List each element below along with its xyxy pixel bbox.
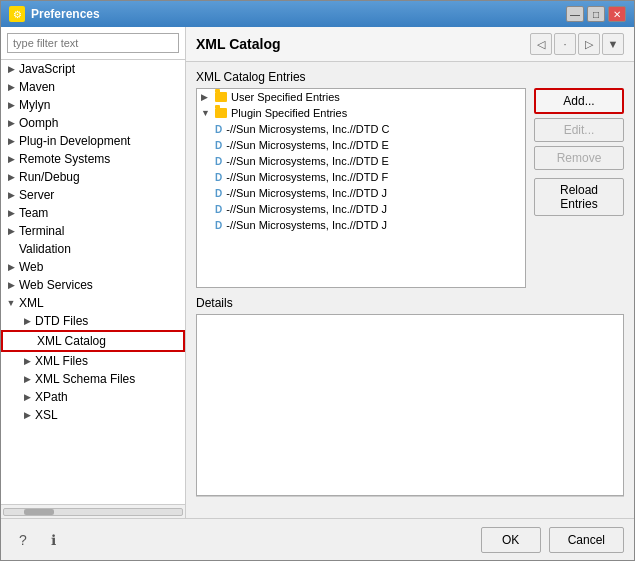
horizontal-scrollbar[interactable] — [1, 504, 185, 518]
tree-arrow-xml-files[interactable] — [21, 355, 33, 367]
tree-arrow-run-debug[interactable] — [5, 171, 17, 183]
footer-left: ? ℹ — [11, 528, 65, 552]
tree-arrow-javascript[interactable] — [5, 63, 17, 75]
catalog-arrow: ▶ — [201, 92, 211, 102]
tree-label-terminal: Terminal — [17, 224, 64, 238]
tree-item-maven[interactable]: Maven — [1, 78, 185, 96]
tree-item-server[interactable]: Server — [1, 186, 185, 204]
nav-dropdown-button[interactable]: ▼ — [602, 33, 624, 55]
catalog-item-label: -//Sun Microsystems, Inc.//DTD C — [226, 123, 389, 135]
catalog-item-label: User Specified Entries — [231, 91, 340, 103]
nav-forward-button[interactable]: ▷ — [578, 33, 600, 55]
tree-item-xml[interactable]: XML — [1, 294, 185, 312]
tree-item-mylyn[interactable]: Mylyn — [1, 96, 185, 114]
catalog-item-label: -//Sun Microsystems, Inc.//DTD E — [226, 155, 389, 167]
tree-arrow-oomph[interactable] — [5, 117, 17, 129]
catalog-area: ▶User Specified Entries▼Plugin Specified… — [196, 88, 624, 288]
right-header: XML Catalog ◁ · ▷ ▼ — [186, 27, 634, 62]
tree-label-javascript: JavaScript — [17, 62, 75, 76]
tree-item-web-services[interactable]: Web Services — [1, 276, 185, 294]
catalog-tree[interactable]: ▶User Specified Entries▼Plugin Specified… — [196, 88, 526, 288]
add-button[interactable]: Add... — [534, 88, 624, 114]
catalog-item[interactable]: D-//Sun Microsystems, Inc.//DTD J — [197, 201, 525, 217]
reload-entries-button[interactable]: Reload Entries — [534, 178, 624, 216]
info-button[interactable]: ℹ — [41, 528, 65, 552]
catalog-item[interactable]: D-//Sun Microsystems, Inc.//DTD J — [197, 217, 525, 233]
tree-arrow-plugin-dev[interactable] — [5, 135, 17, 147]
tree-item-validation[interactable]: Validation — [1, 240, 185, 258]
tree-item-javascript[interactable]: JavaScript — [1, 60, 185, 78]
tree-arrow-dtd-files[interactable] — [21, 315, 33, 327]
tree-item-team[interactable]: Team — [1, 204, 185, 222]
catalog-item[interactable]: D-//Sun Microsystems, Inc.//DTD E — [197, 137, 525, 153]
catalog-item[interactable]: D-//Sun Microsystems, Inc.//DTD E — [197, 153, 525, 169]
content-area: JavaScriptMavenMylynOomphPlug-in Develop… — [1, 27, 634, 518]
doc-icon: D — [215, 124, 222, 135]
tree-label-mylyn: Mylyn — [17, 98, 50, 112]
tree-label-web: Web — [17, 260, 43, 274]
doc-icon: D — [215, 188, 222, 199]
catalog-item[interactable]: ▼Plugin Specified Entries — [197, 105, 525, 121]
nav-toolbar: ◁ · ▷ ▼ — [530, 33, 624, 55]
tree-item-xml-files[interactable]: XML Files — [1, 352, 185, 370]
catalog-item[interactable]: D-//Sun Microsystems, Inc.//DTD C — [197, 121, 525, 137]
right-panel-title: XML Catalog — [196, 36, 281, 52]
tree-item-xml-schema-files[interactable]: XML Schema Files — [1, 370, 185, 388]
tree-item-run-debug[interactable]: Run/Debug — [1, 168, 185, 186]
tree-arrow-xml-catalog[interactable] — [23, 335, 35, 347]
tree-arrow-web-services[interactable] — [5, 279, 17, 291]
tree-item-xsl[interactable]: XSL — [1, 406, 185, 424]
catalog-item-label: -//Sun Microsystems, Inc.//DTD J — [226, 203, 387, 215]
filter-input[interactable] — [7, 33, 179, 53]
remove-button[interactable]: Remove — [534, 146, 624, 170]
tree-arrow-xml-schema-files[interactable] — [21, 373, 33, 385]
tree-item-xpath[interactable]: XPath — [1, 388, 185, 406]
catalog-item[interactable]: D-//Sun Microsystems, Inc.//DTD F — [197, 169, 525, 185]
tree-arrow-web[interactable] — [5, 261, 17, 273]
tree-container[interactable]: JavaScriptMavenMylynOomphPlug-in Develop… — [1, 60, 185, 504]
minimize-button[interactable]: — — [566, 6, 584, 22]
tree-arrow-remote-systems[interactable] — [5, 153, 17, 165]
window-title: Preferences — [31, 7, 100, 21]
folder-icon — [215, 92, 227, 102]
footer: ? ℹ OK Cancel — [1, 518, 634, 560]
catalog-item[interactable]: D-//Sun Microsystems, Inc.//DTD J — [197, 185, 525, 201]
tree-arrow-team[interactable] — [5, 207, 17, 219]
nav-back-button[interactable]: ◁ — [530, 33, 552, 55]
tree-arrow-xml[interactable] — [5, 297, 17, 309]
details-section: Details — [196, 296, 624, 510]
tree-item-remote-systems[interactable]: Remote Systems — [1, 150, 185, 168]
tree-item-dtd-files[interactable]: DTD Files — [1, 312, 185, 330]
right-panel: XML Catalog ◁ · ▷ ▼ XML Catalog Entries … — [186, 27, 634, 518]
tree-arrow-xsl[interactable] — [21, 409, 33, 421]
details-scrollbar[interactable] — [196, 496, 624, 510]
tree-item-xml-catalog[interactable]: XML Catalog — [1, 330, 185, 352]
tree-arrow-terminal[interactable] — [5, 225, 17, 237]
tree-arrow-xpath[interactable] — [21, 391, 33, 403]
tree-label-xml-schema-files: XML Schema Files — [33, 372, 135, 386]
catalog-item[interactable]: ▶User Specified Entries — [197, 89, 525, 105]
close-button[interactable]: ✕ — [608, 6, 626, 22]
tree-item-web[interactable]: Web — [1, 258, 185, 276]
tree-label-run-debug: Run/Debug — [17, 170, 80, 184]
ok-button[interactable]: OK — [481, 527, 541, 553]
tree-label-xml-catalog: XML Catalog — [35, 334, 106, 348]
edit-button[interactable]: Edit... — [534, 118, 624, 142]
tree-arrow-maven[interactable] — [5, 81, 17, 93]
catalog-entries-label: XML Catalog Entries — [196, 70, 624, 84]
left-panel: JavaScriptMavenMylynOomphPlug-in Develop… — [1, 27, 186, 518]
scroll-track — [3, 508, 183, 516]
catalog-item-label: -//Sun Microsystems, Inc.//DTD F — [226, 171, 388, 183]
cancel-button[interactable]: Cancel — [549, 527, 624, 553]
tree-arrow-validation[interactable] — [5, 243, 17, 255]
tree-item-oomph[interactable]: Oomph — [1, 114, 185, 132]
tree-item-plugin-dev[interactable]: Plug-in Development — [1, 132, 185, 150]
catalog-buttons: Add... Edit... Remove Reload Entries — [534, 88, 624, 288]
tree-label-xpath: XPath — [33, 390, 68, 404]
folder-icon — [215, 108, 227, 118]
tree-arrow-server[interactable] — [5, 189, 17, 201]
tree-item-terminal[interactable]: Terminal — [1, 222, 185, 240]
help-button[interactable]: ? — [11, 528, 35, 552]
tree-arrow-mylyn[interactable] — [5, 99, 17, 111]
maximize-button[interactable]: □ — [587, 6, 605, 22]
